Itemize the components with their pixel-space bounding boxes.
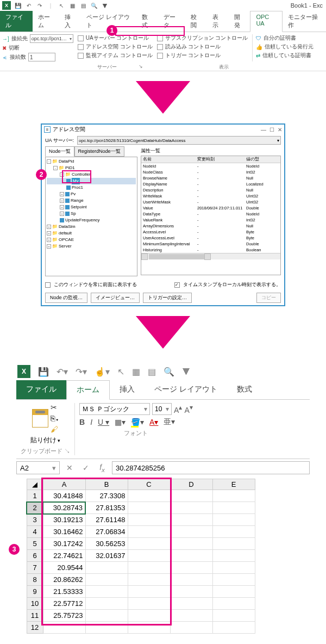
close-icon[interactable]: ✕ xyxy=(278,127,282,133)
server-url-combo[interactable]: opc.tcp://pcn1… xyxy=(30,34,73,43)
cell[interactable] xyxy=(212,526,255,538)
cell[interactable] xyxy=(170,502,212,514)
row-header[interactable]: 10 xyxy=(27,598,43,610)
more-icon-3[interactable]: ⯆ xyxy=(182,367,191,376)
maximize-icon[interactable]: ☐ xyxy=(269,127,274,133)
tab-review[interactable]: 校閲 xyxy=(185,11,207,32)
attr-row[interactable]: NodeId-NodeId xyxy=(141,163,280,169)
col-header-e[interactable]: E xyxy=(212,479,255,490)
cell[interactable] xyxy=(212,514,255,526)
row-header[interactable]: 4 xyxy=(27,526,43,538)
uaserver-check[interactable] xyxy=(78,35,84,41)
font-name-combo[interactable]: ＭＳ Ｐゴシック xyxy=(79,403,150,415)
btn-trigger-set[interactable]: トリガーの設定… xyxy=(143,293,192,303)
dlg-tab-registered[interactable]: RegisterdNode一覧 xyxy=(74,146,124,157)
search-icon-3[interactable]: 🔍 xyxy=(164,367,174,377)
font-color-button[interactable]: A▾ xyxy=(149,418,158,426)
cancel-icon[interactable]: ✕ xyxy=(63,462,76,474)
tab-home[interactable]: ホーム xyxy=(33,11,60,32)
cert-own-label[interactable]: 自分の証明書 xyxy=(264,34,296,42)
cell[interactable] xyxy=(170,622,212,634)
attr-row[interactable]: DisplayName-Localized xyxy=(141,181,280,187)
tab3-home[interactable]: ホーム xyxy=(66,380,110,400)
minimize-icon[interactable]: — xyxy=(261,127,266,133)
search-icon[interactable]: 🔍 xyxy=(90,2,98,9)
grid-icon-3[interactable]: ▦ xyxy=(132,367,140,377)
tab-file[interactable]: ファイル xyxy=(0,11,33,32)
more-icon[interactable]: ⯆ xyxy=(101,2,109,9)
cell[interactable] xyxy=(212,586,255,598)
attr-row[interactable]: Historizing-Boolean xyxy=(141,247,280,253)
cell[interactable] xyxy=(170,574,212,586)
attr-row[interactable]: DataType-NodeId xyxy=(141,211,280,217)
cell[interactable] xyxy=(212,550,255,562)
cell[interactable] xyxy=(212,574,255,586)
cert-trusted-label[interactable]: 信頼している証明書 xyxy=(262,52,311,59)
select-all-corner[interactable]: ◢ xyxy=(27,479,43,490)
watch-check[interactable] xyxy=(78,53,84,59)
row-header[interactable]: 1 xyxy=(27,490,43,502)
attr-row[interactable]: NodeClass-Int32 xyxy=(141,169,280,175)
row-header[interactable]: 3 xyxy=(27,514,43,526)
node-tree[interactable]: -📁 DataPid -📁 PID1 -📁 Controller Mv Proc… xyxy=(45,157,137,276)
attr-row[interactable]: Value2018/06/24 23:07:11.011Double xyxy=(141,205,280,211)
btn-image-view[interactable]: イメージビュー… xyxy=(91,293,140,303)
cell[interactable] xyxy=(212,502,255,514)
bold-button[interactable]: B xyxy=(79,418,85,426)
cell[interactable] xyxy=(170,550,212,562)
row-header[interactable]: 2 xyxy=(27,502,43,514)
attr-row[interactable]: UserWriteMask-UInt32 xyxy=(141,199,280,205)
table-icon[interactable]: ▤ xyxy=(79,2,87,9)
table-icon-3[interactable]: ▤ xyxy=(148,367,156,377)
attr-scrollbar[interactable] xyxy=(141,253,280,259)
read-check[interactable] xyxy=(157,44,163,50)
paste-label[interactable]: 貼り付け xyxy=(30,436,57,445)
subscription-check[interactable] xyxy=(157,35,163,41)
name-box[interactable]: A2 xyxy=(16,461,60,474)
attr-col-type[interactable]: 値の型 xyxy=(244,156,280,163)
save-icon-3[interactable]: 💾 xyxy=(38,367,49,377)
italic-button[interactable]: I xyxy=(90,418,92,426)
tab-insert[interactable]: 挿入 xyxy=(59,11,81,32)
cell[interactable] xyxy=(212,622,255,634)
cell[interactable] xyxy=(170,562,212,574)
cell[interactable] xyxy=(170,514,212,526)
cell[interactable] xyxy=(170,526,212,538)
connect-count-field[interactable]: 1 xyxy=(28,53,55,61)
clipboard-expand-icon[interactable]: ↘ xyxy=(64,448,70,454)
cert-issuer-label[interactable]: 信頼している発行元 xyxy=(265,43,314,51)
cell[interactable] xyxy=(170,586,212,598)
cursor-icon-3[interactable]: ↖ xyxy=(117,367,124,377)
copy-icon[interactable]: ⎘▾ xyxy=(51,414,59,423)
tab-monitor[interactable]: モニター操作 xyxy=(283,11,326,32)
undo-icon[interactable]: ↶ xyxy=(25,2,33,9)
tab3-file[interactable]: ファイル xyxy=(16,380,66,399)
formula-input[interactable]: 30.2874285256 xyxy=(112,461,310,474)
touch-icon-3[interactable]: ☝▾ xyxy=(95,367,110,377)
attr-row[interactable]: ValueRank-Int32 xyxy=(141,217,280,223)
addrspace-check[interactable] xyxy=(78,44,84,50)
row-header[interactable]: 7 xyxy=(27,562,43,574)
cell[interactable] xyxy=(212,538,255,550)
tab-opcua[interactable]: OPC UA xyxy=(250,11,283,32)
font-size-combo[interactable]: 10 xyxy=(152,403,172,415)
row-header[interactable]: 5 xyxy=(27,538,43,550)
connect-count-label[interactable]: 接続数 xyxy=(10,53,26,61)
cell[interactable] xyxy=(170,538,212,550)
tab-view[interactable]: 表示 xyxy=(207,11,229,32)
row-header[interactable]: 9 xyxy=(27,586,43,598)
format-painter-icon[interactable]: 🖌 xyxy=(51,425,59,434)
cursor-icon[interactable]: ↖ xyxy=(58,2,65,9)
cell[interactable] xyxy=(170,490,212,502)
attr-row[interactable]: Description-Null xyxy=(141,187,280,193)
attr-row[interactable]: BrowseName-Null xyxy=(141,175,280,181)
local-ts-check[interactable] xyxy=(174,282,180,288)
btn-watch-node[interactable]: Node の監視… xyxy=(45,293,87,303)
attr-row[interactable]: MinimumSamplingInterval-Double xyxy=(141,241,280,247)
cut-icon[interactable]: ✂ xyxy=(51,403,59,412)
underline-button[interactable]: U ▾ xyxy=(98,418,109,426)
cell[interactable] xyxy=(212,598,255,610)
tab3-formula[interactable]: 数式 xyxy=(227,380,262,399)
attr-row[interactable]: ArrayDimensions-Null xyxy=(141,223,280,229)
borders-button[interactable]: ▦▾ xyxy=(115,418,126,426)
